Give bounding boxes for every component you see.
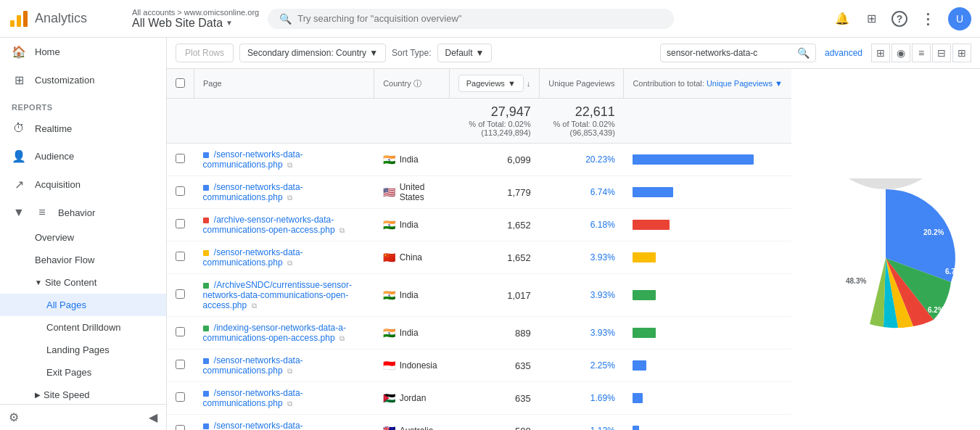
secondary-dimension-dropdown[interactable]: Secondary dimension: Country ▼ <box>239 44 386 62</box>
pageviews-cell-1: 1,779 <box>449 176 540 209</box>
settings-icon[interactable]: ⚙ <box>9 410 19 424</box>
country-name-0: India <box>400 154 419 165</box>
copy-icon-0[interactable]: ⧉ <box>287 161 292 169</box>
page-link-8[interactable]: /sensor-networks-data-communications.php <box>203 421 303 430</box>
sidebar-label-acquisition: Acquisition <box>35 179 81 190</box>
copy-icon-7[interactable]: ⧉ <box>287 400 292 408</box>
copy-icon-3[interactable]: ⧉ <box>287 259 292 267</box>
user-avatar[interactable]: U <box>948 7 971 30</box>
custom-view-icon[interactable]: ⊞ <box>952 44 971 62</box>
table-search-input[interactable] <box>667 48 797 58</box>
apps-icon[interactable]: ⊞ <box>862 10 880 28</box>
copy-icon-6[interactable]: ⧉ <box>287 367 292 375</box>
compare-view-icon[interactable]: ≡ <box>912 44 931 62</box>
help-icon[interactable]: ? <box>892 11 907 27</box>
acquisition-icon: ↗ <box>12 178 26 191</box>
row-checkbox-5[interactable] <box>176 327 185 336</box>
bar-cell-3 <box>624 241 791 274</box>
sidebar-sub-sub-item-all-pages[interactable]: All Pages <box>0 294 166 316</box>
svg-rect-0 <box>10 20 15 27</box>
table-search-icon[interactable]: 🔍 <box>797 47 810 59</box>
select-all-checkbox[interactable] <box>176 78 185 88</box>
bar-cell-5 <box>624 317 791 350</box>
row-checkbox-7[interactable] <box>176 392 185 402</box>
row-checkbox-cell <box>167 241 194 274</box>
global-search-bar[interactable]: 🔍 <box>268 9 674 29</box>
chart-label-3: 6.2% <box>928 306 944 314</box>
sidebar-item-home[interactable]: 🏠 Home <box>0 38 166 66</box>
secondary-dimension-arrow: ▼ <box>369 48 378 58</box>
bar-cell-4 <box>624 274 791 317</box>
advanced-link[interactable]: advanced <box>825 48 862 58</box>
page-cell: /sensor-networks-data-communications.php… <box>194 382 374 415</box>
bar-2 <box>633 220 670 230</box>
pageviews-cell-4: 1,017 <box>449 274 540 317</box>
page-cell: /indexing-sensor-networks-data-a-communi… <box>194 317 374 350</box>
pivot-view-icon[interactable]: ⊟ <box>932 44 951 62</box>
global-search-input[interactable] <box>297 13 662 24</box>
pie-view-icon[interactable]: ◉ <box>892 44 910 62</box>
sidebar-item-acquisition[interactable]: ↗ Acquisition <box>0 170 166 199</box>
sidebar-item-customization[interactable]: ⊞ Customization <box>0 66 166 94</box>
table-search-box[interactable]: 🔍 <box>660 44 816 62</box>
row-checkbox-cell <box>167 176 194 209</box>
country-cell: 🇮🇩 Indonesia <box>374 350 450 382</box>
sidebar-item-realtime[interactable]: ⏱ Realtime <box>0 115 166 142</box>
unique-pct-cell-5: 3.93% <box>540 317 624 350</box>
pageviews-dropdown[interactable]: Pageviews ▼ <box>458 75 524 92</box>
plot-rows-button[interactable]: Plot Rows <box>176 44 234 62</box>
account-breadcrumb[interactable]: All accounts > www.omicsonline.org <box>132 8 259 17</box>
row-checkbox-2[interactable] <box>176 219 185 228</box>
bar-0 <box>633 154 754 165</box>
contribution-metric-dropdown[interactable]: Unique Pageviews ▼ <box>707 79 783 88</box>
more-icon[interactable]: ⋮ <box>919 10 936 28</box>
grid-view-icon[interactable]: ⊞ <box>871 44 890 62</box>
flag-1: 🇺🇸 <box>383 186 395 198</box>
pageviews-cell-6: 635 <box>449 350 540 382</box>
page-cell: /sensor-networks-data-communications.php… <box>194 350 374 382</box>
logo-area: Analytics <box>9 9 118 29</box>
behavior-expand-icon: ▼ <box>12 206 26 219</box>
pageviews-cell-0: 6,099 <box>449 144 540 176</box>
row-checkbox-0[interactable] <box>176 154 185 163</box>
table-section: Page Country ⓘ Pageviews ▼ <box>167 69 791 430</box>
color-dot-6 <box>203 358 209 364</box>
sidebar-item-behavior[interactable]: ▼ ≡ Behavior <box>0 199 166 226</box>
notification-icon[interactable]: 🔔 <box>833 10 851 28</box>
sidebar-sub-sub-item-landing-pages[interactable]: Landing Pages <box>0 339 166 361</box>
copy-icon-5[interactable]: ⧉ <box>339 334 345 342</box>
row-checkbox-8[interactable] <box>176 425 185 430</box>
search-icon: 🔍 <box>279 13 292 25</box>
copy-icon-2[interactable]: ⧉ <box>339 226 345 234</box>
country-cell: 🇮🇳 India <box>374 144 450 176</box>
row-checkbox-3[interactable] <box>176 252 185 261</box>
account-current[interactable]: All Web Site Data ▼ <box>132 17 259 30</box>
sidebar-item-audience[interactable]: 👤 Audience <box>0 142 166 170</box>
chart-label-other: 48.3% <box>846 277 866 285</box>
flag-2: 🇮🇳 <box>383 219 395 231</box>
total-pageviews: 27,947 <box>458 104 531 120</box>
row-checkbox-4[interactable] <box>176 289 185 299</box>
sidebar-sub-item-site-content[interactable]: ▼ Site Content <box>0 271 166 294</box>
sidebar-label-home: Home <box>35 46 60 57</box>
sidebar-sub-item-behavior-flow[interactable]: Behavior Flow <box>0 249 166 271</box>
analytics-logo <box>9 9 29 29</box>
country-name-6: Indonesia <box>400 360 437 371</box>
copy-icon-4[interactable]: ⧉ <box>252 302 257 310</box>
page-link-2[interactable]: /archive-sensor-networks-data-communicat… <box>203 215 335 235</box>
sidebar-sub-item-site-speed[interactable]: ▶ Site Speed <box>0 384 166 406</box>
page-link-4[interactable]: /ArchiveSNDC/currentissue-sensor-network… <box>203 280 352 310</box>
sort-type-dropdown[interactable]: Default ▼ <box>437 44 493 62</box>
copy-icon-1[interactable]: ⧉ <box>287 194 292 202</box>
row-checkbox-1[interactable] <box>176 186 185 196</box>
sidebar-sub-sub-item-content-drilldown[interactable]: Content Drilldown <box>0 316 166 339</box>
sidebar-label-realtime: Realtime <box>35 123 72 134</box>
sidebar-sub-item-overview[interactable]: Overview <box>0 226 166 249</box>
col-unique-pageviews: Unique Pageviews <box>540 69 624 99</box>
sidebar-sub-sub-item-exit-pages[interactable]: Exit Pages <box>0 361 166 384</box>
top-header: Analytics All accounts > www.omicsonline… <box>0 0 980 38</box>
flag-8: 🇦🇺 <box>383 425 395 430</box>
page-link-5[interactable]: /indexing-sensor-networks-data-a-communi… <box>203 323 346 343</box>
row-checkbox-6[interactable] <box>176 360 185 369</box>
collapse-icon[interactable]: ◀ <box>149 410 157 424</box>
